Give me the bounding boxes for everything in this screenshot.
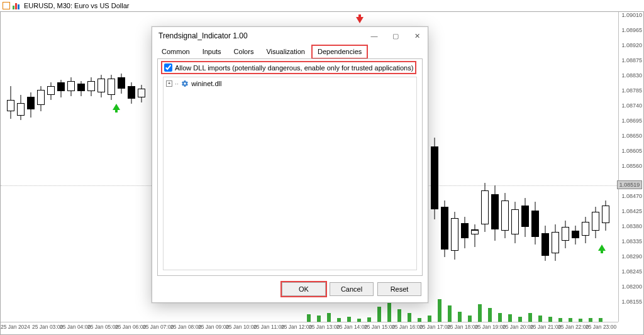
maximize-button[interactable]: ▢: [385, 27, 406, 45]
bid-price-indicator: 1.08519: [617, 180, 642, 189]
allow-dll-checkbox[interactable]: [164, 63, 172, 72]
app-icon: [3, 2, 10, 9]
tree-expander-icon[interactable]: +: [166, 80, 172, 87]
arrow-down-icon: [356, 17, 364, 23]
tab-common[interactable]: Common: [156, 45, 196, 58]
gear-icon: [181, 80, 189, 87]
tree-connector-icon: ··: [175, 80, 179, 87]
tree-item-label: wininet.dll: [191, 80, 221, 87]
tab-dependencies[interactable]: Dependencies: [312, 45, 367, 58]
minimize-button[interactable]: —: [364, 27, 385, 45]
dependencies-panel: Allow DLL imports (potentially dangerous…: [157, 58, 423, 276]
allow-dll-checkbox-row[interactable]: Allow DLL imports (potentially dangerous…: [163, 63, 414, 72]
price-axis: 1.09010 1.08965 1.08920 1.08875 1.08830 …: [618, 12, 643, 322]
arrow-up-icon: [598, 244, 606, 251]
close-button[interactable]: ✕: [406, 27, 428, 45]
chart-icon: [13, 2, 21, 9]
ok-button[interactable]: OK: [282, 282, 326, 296]
tabstrip: Common Inputs Colors Visualization Depen…: [152, 45, 428, 58]
tab-colors[interactable]: Colors: [228, 45, 260, 58]
tab-inputs[interactable]: Inputs: [197, 45, 227, 58]
tree-item-wininet[interactable]: + ·· wininet.dll: [166, 80, 414, 87]
dialog-titlebar[interactable]: Trendsignal_Indicator 1.00 — ▢ ✕: [152, 27, 428, 45]
dialog-button-row: OK Cancel Reset: [282, 282, 421, 296]
time-axis: 25 Jan 2024 25 Jan 03:00 25 Jan 04:00 25…: [1, 322, 618, 334]
arrow-up-icon: [113, 104, 120, 110]
chart-title: EURUSD, M30: Euro vs US Dollar: [24, 2, 130, 9]
chart-tab-header: EURUSD, M30: Euro vs US Dollar: [0, 0, 132, 11]
tab-visualization[interactable]: Visualization: [260, 45, 311, 58]
indicator-properties-dialog: Trendsignal_Indicator 1.00 — ▢ ✕ Common …: [152, 26, 428, 303]
reset-button[interactable]: Reset: [377, 282, 421, 296]
dependency-tree[interactable]: + ·· wininet.dll: [163, 77, 417, 270]
allow-dll-label: Allow DLL imports (potentially dangerous…: [175, 64, 413, 72]
dialog-title: Trendsignal_Indicator 1.00: [158, 31, 248, 40]
cancel-button[interactable]: Cancel: [330, 282, 374, 296]
